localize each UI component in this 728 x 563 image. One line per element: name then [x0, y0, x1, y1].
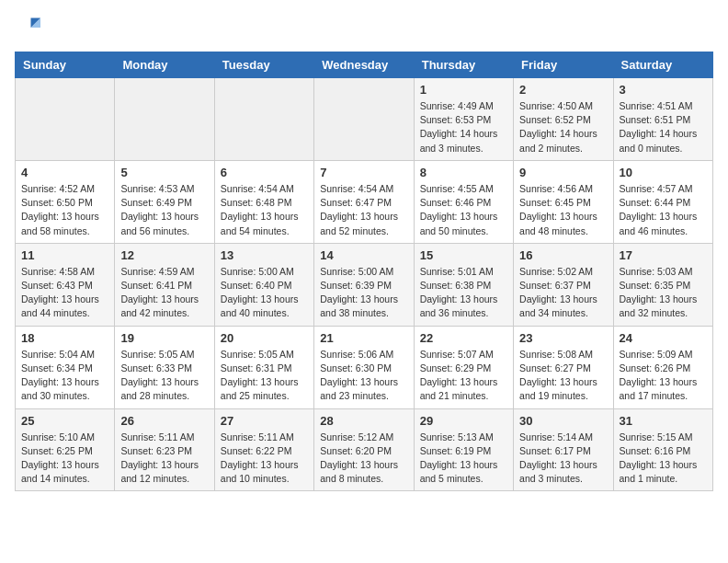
- weekday-header: Saturday: [613, 52, 712, 78]
- calendar-cell: 29Sunrise: 5:13 AM Sunset: 6:19 PM Dayli…: [414, 408, 513, 491]
- day-info: Sunrise: 4:54 AM Sunset: 6:48 PM Dayligh…: [221, 182, 308, 238]
- calendar-week-row: 18Sunrise: 5:04 AM Sunset: 6:34 PM Dayli…: [16, 326, 713, 408]
- day-info: Sunrise: 5:14 AM Sunset: 6:17 PM Dayligh…: [519, 431, 607, 487]
- day-info: Sunrise: 4:54 AM Sunset: 6:47 PM Dayligh…: [320, 182, 407, 238]
- day-info: Sunrise: 5:03 AM Sunset: 6:35 PM Dayligh…: [620, 265, 707, 321]
- calendar-cell: 20Sunrise: 5:05 AM Sunset: 6:31 PM Dayli…: [214, 326, 313, 408]
- day-number: 13: [221, 248, 308, 262]
- day-info: Sunrise: 5:06 AM Sunset: 6:30 PM Dayligh…: [320, 348, 407, 404]
- day-info: Sunrise: 5:00 AM Sunset: 6:40 PM Dayligh…: [221, 265, 308, 321]
- calendar-cell: 13Sunrise: 5:00 AM Sunset: 6:40 PM Dayli…: [214, 243, 313, 326]
- day-number: 29: [420, 414, 507, 428]
- day-number: 22: [420, 331, 507, 345]
- day-number: 7: [320, 166, 407, 179]
- day-info: Sunrise: 5:10 AM Sunset: 6:25 PM Dayligh…: [21, 431, 108, 487]
- logo-icon: [15, 15, 40, 40]
- day-number: 30: [519, 414, 607, 428]
- calendar-cell: [16, 78, 115, 161]
- day-info: Sunrise: 5:02 AM Sunset: 6:37 PM Dayligh…: [519, 265, 607, 321]
- day-number: 27: [221, 414, 308, 428]
- calendar-cell: 18Sunrise: 5:04 AM Sunset: 6:34 PM Dayli…: [16, 326, 115, 408]
- calendar-cell: 22Sunrise: 5:07 AM Sunset: 6:29 PM Dayli…: [414, 326, 513, 408]
- day-number: 20: [221, 331, 308, 345]
- day-info: Sunrise: 4:55 AM Sunset: 6:46 PM Dayligh…: [420, 182, 507, 238]
- day-info: Sunrise: 4:49 AM Sunset: 6:53 PM Dayligh…: [420, 99, 507, 155]
- day-info: Sunrise: 5:07 AM Sunset: 6:29 PM Dayligh…: [420, 348, 507, 404]
- calendar-cell: 12Sunrise: 4:59 AM Sunset: 6:41 PM Dayli…: [115, 243, 214, 326]
- calendar-cell: 11Sunrise: 4:58 AM Sunset: 6:43 PM Dayli…: [16, 243, 115, 326]
- weekday-header: Friday: [514, 52, 613, 78]
- day-number: 8: [420, 166, 507, 179]
- day-number: 1: [420, 83, 507, 97]
- day-info: Sunrise: 4:53 AM Sunset: 6:49 PM Dayligh…: [120, 182, 208, 238]
- day-number: 11: [21, 248, 108, 262]
- calendar-cell: [214, 78, 313, 161]
- day-info: Sunrise: 4:57 AM Sunset: 6:44 PM Dayligh…: [620, 182, 707, 238]
- day-number: 3: [620, 83, 707, 97]
- day-info: Sunrise: 5:08 AM Sunset: 6:27 PM Dayligh…: [519, 348, 607, 404]
- weekday-header: Monday: [115, 52, 214, 78]
- day-number: 9: [519, 166, 607, 179]
- calendar-cell: 2Sunrise: 4:50 AM Sunset: 6:52 PM Daylig…: [514, 78, 613, 161]
- calendar-cell: 7Sunrise: 4:54 AM Sunset: 6:47 PM Daylig…: [314, 160, 414, 243]
- calendar-cell: 21Sunrise: 5:06 AM Sunset: 6:30 PM Dayli…: [314, 326, 414, 408]
- calendar-cell: 27Sunrise: 5:11 AM Sunset: 6:22 PM Dayli…: [214, 408, 313, 491]
- calendar-cell: 5Sunrise: 4:53 AM Sunset: 6:49 PM Daylig…: [115, 160, 214, 243]
- calendar-cell: 15Sunrise: 5:01 AM Sunset: 6:38 PM Dayli…: [414, 243, 513, 326]
- day-info: Sunrise: 5:00 AM Sunset: 6:39 PM Dayligh…: [320, 265, 407, 321]
- calendar-table: SundayMondayTuesdayWednesdayThursdayFrid…: [15, 52, 713, 491]
- calendar-cell: 9Sunrise: 4:56 AM Sunset: 6:45 PM Daylig…: [514, 160, 613, 243]
- day-info: Sunrise: 4:58 AM Sunset: 6:43 PM Dayligh…: [21, 265, 108, 321]
- calendar-cell: 28Sunrise: 5:12 AM Sunset: 6:20 PM Dayli…: [314, 408, 414, 491]
- calendar-cell: 31Sunrise: 5:15 AM Sunset: 6:16 PM Dayli…: [613, 408, 712, 491]
- day-number: 17: [620, 248, 707, 262]
- day-number: 10: [620, 166, 707, 179]
- day-info: Sunrise: 5:12 AM Sunset: 6:20 PM Dayligh…: [320, 431, 407, 487]
- day-number: 14: [320, 248, 407, 262]
- day-info: Sunrise: 5:11 AM Sunset: 6:23 PM Dayligh…: [120, 431, 208, 487]
- calendar-week-row: 11Sunrise: 4:58 AM Sunset: 6:43 PM Dayli…: [16, 243, 713, 326]
- calendar-cell: 30Sunrise: 5:14 AM Sunset: 6:17 PM Dayli…: [514, 408, 613, 491]
- weekday-header: Tuesday: [214, 52, 313, 78]
- calendar-cell: 26Sunrise: 5:11 AM Sunset: 6:23 PM Dayli…: [115, 408, 214, 491]
- calendar-cell: 19Sunrise: 5:05 AM Sunset: 6:33 PM Dayli…: [115, 326, 214, 408]
- calendar-cell: 14Sunrise: 5:00 AM Sunset: 6:39 PM Dayli…: [314, 243, 414, 326]
- day-info: Sunrise: 5:05 AM Sunset: 6:31 PM Dayligh…: [221, 348, 308, 404]
- day-info: Sunrise: 5:15 AM Sunset: 6:16 PM Dayligh…: [620, 431, 707, 487]
- calendar-cell: 4Sunrise: 4:52 AM Sunset: 6:50 PM Daylig…: [16, 160, 115, 243]
- calendar-week-row: 1Sunrise: 4:49 AM Sunset: 6:53 PM Daylig…: [16, 78, 713, 161]
- day-number: 26: [120, 414, 208, 428]
- weekday-header: Sunday: [16, 52, 115, 78]
- weekday-header: Thursday: [414, 52, 513, 78]
- calendar-cell: 17Sunrise: 5:03 AM Sunset: 6:35 PM Dayli…: [613, 243, 712, 326]
- day-number: 5: [120, 166, 208, 179]
- calendar-cell: 24Sunrise: 5:09 AM Sunset: 6:26 PM Dayli…: [613, 326, 712, 408]
- day-info: Sunrise: 4:51 AM Sunset: 6:51 PM Dayligh…: [620, 99, 707, 155]
- calendar-cell: 23Sunrise: 5:08 AM Sunset: 6:27 PM Dayli…: [514, 326, 613, 408]
- day-number: 12: [120, 248, 208, 262]
- day-info: Sunrise: 4:50 AM Sunset: 6:52 PM Dayligh…: [519, 99, 607, 155]
- calendar-cell: [115, 78, 214, 161]
- logo: [15, 15, 44, 40]
- calendar-header-row: SundayMondayTuesdayWednesdayThursdayFrid…: [16, 52, 713, 78]
- calendar-cell: 8Sunrise: 4:55 AM Sunset: 6:46 PM Daylig…: [414, 160, 513, 243]
- day-number: 31: [620, 414, 707, 428]
- calendar-cell: [314, 78, 414, 161]
- day-number: 23: [519, 331, 607, 345]
- day-info: Sunrise: 4:56 AM Sunset: 6:45 PM Dayligh…: [519, 182, 607, 238]
- day-number: 15: [420, 248, 507, 262]
- calendar-cell: 25Sunrise: 5:10 AM Sunset: 6:25 PM Dayli…: [16, 408, 115, 491]
- day-number: 28: [320, 414, 407, 428]
- calendar-cell: 10Sunrise: 4:57 AM Sunset: 6:44 PM Dayli…: [613, 160, 712, 243]
- day-info: Sunrise: 5:05 AM Sunset: 6:33 PM Dayligh…: [120, 348, 208, 404]
- day-info: Sunrise: 5:09 AM Sunset: 6:26 PM Dayligh…: [620, 348, 707, 404]
- page-header: [15, 15, 713, 40]
- day-number: 18: [21, 331, 108, 345]
- day-number: 25: [21, 414, 108, 428]
- calendar-cell: 6Sunrise: 4:54 AM Sunset: 6:48 PM Daylig…: [214, 160, 313, 243]
- day-info: Sunrise: 4:52 AM Sunset: 6:50 PM Dayligh…: [21, 182, 108, 238]
- day-number: 4: [21, 166, 108, 179]
- calendar-cell: 3Sunrise: 4:51 AM Sunset: 6:51 PM Daylig…: [613, 78, 712, 161]
- day-info: Sunrise: 4:59 AM Sunset: 6:41 PM Dayligh…: [120, 265, 208, 321]
- day-info: Sunrise: 5:01 AM Sunset: 6:38 PM Dayligh…: [420, 265, 507, 321]
